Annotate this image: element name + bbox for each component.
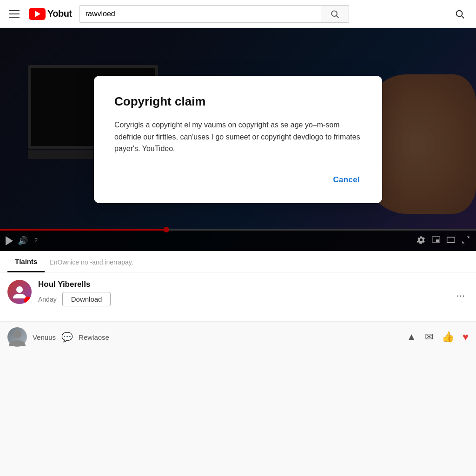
notification-dot <box>24 297 32 304</box>
comment-meta: Anday Download <box>38 292 446 306</box>
bottom-bar: Venuus 💬 Rewlaose ▲ ✉ 👍 ♥ <box>0 321 476 352</box>
modal-body: Coryrigls a copyright el my vaums on cop… <box>114 119 362 155</box>
app-name: Yobut <box>47 8 72 19</box>
download-button[interactable]: Download <box>62 292 111 306</box>
search-button[interactable] <box>321 5 349 23</box>
below-video-section: Tlaints EnOwnice no -and.inerrapay. Houl… <box>0 251 476 352</box>
tabs-row: Tlaints EnOwnice no -and.inerrapay. <box>0 251 476 272</box>
tab-enownice[interactable]: EnOwnice no -and.inerrapay. <box>45 252 138 271</box>
svg-point-0 <box>332 11 337 16</box>
bottom-avatar <box>7 327 27 347</box>
bottom-username: Venuus <box>33 333 56 341</box>
cancel-button[interactable]: Cancel <box>331 172 362 188</box>
copyright-dialog: Copyright claim Coryrigls a copyright el… <box>94 76 382 203</box>
bottom-action-icons: ▲ ✉ 👍 ♥ <box>406 331 469 343</box>
svg-point-10 <box>13 330 21 338</box>
mail-icon[interactable]: ✉ <box>425 331 433 343</box>
video-player-area: 🔊 2 <box>0 28 476 251</box>
modal-footer: Cancel <box>114 172 362 188</box>
send-icon[interactable]: ▲ <box>406 331 416 343</box>
play-triangle-icon <box>35 11 40 17</box>
more-options-button[interactable]: ... <box>453 285 469 301</box>
svg-point-2 <box>456 10 463 16</box>
avatar-person-icon <box>12 284 27 299</box>
comment-row: Houl Yiberells Anday Download ... <box>7 280 469 306</box>
youtube-logo-icon <box>29 8 46 20</box>
comment-time: Anday <box>38 296 57 303</box>
hamburger-menu-icon[interactable] <box>7 8 21 20</box>
header-right-icons <box>451 5 469 23</box>
search-icon-header-right <box>455 9 465 19</box>
search-icon-right[interactable] <box>451 5 469 23</box>
heart-icon[interactable]: ♥ <box>463 331 469 343</box>
comment-bubble-icon: 💬 <box>61 331 73 343</box>
bottom-avatar-icon <box>7 327 27 347</box>
logo-area: Yobut <box>29 8 72 20</box>
avatar <box>7 280 32 304</box>
comment-content: Houl Yiberells Anday Download <box>38 280 446 306</box>
app-header: Yobut <box>0 0 476 28</box>
tab-tlaints[interactable]: Tlaints <box>7 251 45 272</box>
svg-line-1 <box>337 15 339 18</box>
modal-title: Copyright claim <box>114 94 362 109</box>
svg-point-9 <box>16 286 23 293</box>
thumbs-up-icon[interactable]: 👍 <box>442 331 454 343</box>
search-input[interactable] <box>79 5 321 23</box>
modal-backdrop: Copyright claim Coryrigls a copyright el… <box>0 28 476 251</box>
comment-action-label: Rewlaose <box>79 333 109 341</box>
svg-line-3 <box>462 16 464 18</box>
search-icon <box>330 9 339 19</box>
search-container <box>79 5 349 23</box>
comment-section: Houl Yiberells Anday Download ... <box>0 272 476 321</box>
comment-author: Houl Yiberells <box>38 280 446 289</box>
